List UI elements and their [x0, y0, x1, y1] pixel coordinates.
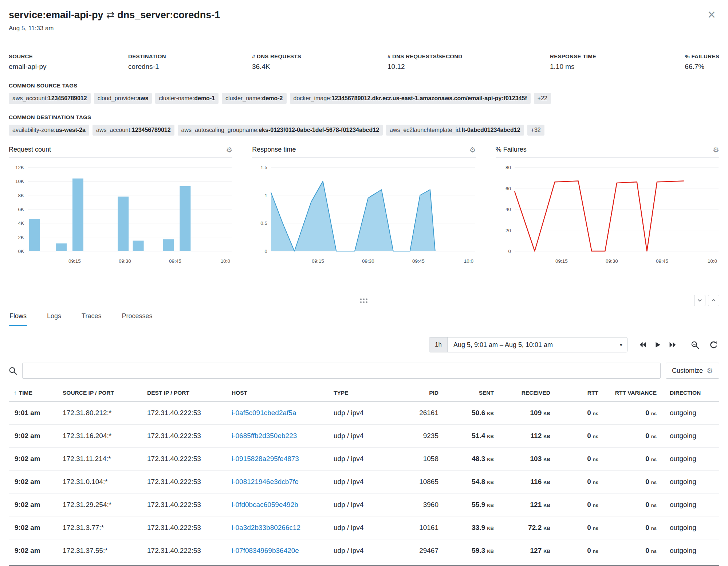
collapse-down-button[interactable] [694, 295, 705, 306]
cell-dest_ip: 172.31.40.222:53 [144, 516, 229, 539]
tab-logs[interactable]: Logs [46, 308, 62, 326]
chart-panel-request-count: Request count⚙0K2K4K6K8K10K12K09:1509:30… [9, 146, 232, 270]
chevron-down-icon [697, 297, 703, 304]
tag-chip[interactable]: +32 [527, 125, 544, 136]
stat-value: 36.4K [252, 63, 387, 71]
column-header-time[interactable]: ↑TIME [9, 386, 60, 402]
gear-icon[interactable]: ⚙ [469, 146, 476, 153]
cell-pid: 10865 [396, 471, 442, 493]
tag-chip[interactable]: cloud_provider:aws [94, 93, 152, 104]
chart-header: % Failures⚙ [496, 146, 719, 158]
flows-table: ↑TIMESOURCE IP / PORTDEST IP / PORTHOSTT… [9, 386, 719, 562]
cell-pid: 29467 [396, 539, 442, 562]
time-range-dropdown[interactable]: 1h Aug 5, 9:01 am – Aug 5, 10:01 am ▾ [429, 337, 627, 352]
time-toolbar: 1h Aug 5, 9:01 am – Aug 5, 10:01 am ▾ [9, 337, 719, 352]
table-row[interactable]: 9:02 am172.31.16.204:*172.31.40.222:53i-… [9, 425, 719, 448]
play-button[interactable] [652, 339, 663, 350]
gear-icon[interactable]: ⚙ [226, 146, 232, 153]
cell-direction: outgoing [660, 493, 719, 516]
tab-flows[interactable]: Flows [9, 308, 27, 326]
column-header-received[interactable]: RECEIVED [497, 386, 554, 402]
cell-host: i-0a3d2b33b80266c12 [229, 516, 331, 539]
column-header-rtt[interactable]: RTT [554, 386, 602, 402]
common-source-tags-section: COMMON SOURCE TAGS aws_account:123456789… [9, 82, 719, 104]
cell-source_ip: 172.31.3.77:* [60, 516, 144, 539]
column-header-pid[interactable]: PID [396, 386, 442, 402]
svg-text:0: 0 [265, 249, 268, 254]
tag-chip[interactable]: aws_autoscaling_groupname:eks-0123f012-0… [178, 125, 383, 136]
column-header-sent[interactable]: SENT [442, 386, 497, 402]
table-row[interactable]: 9:02 am172.31.0.104:*172.31.40.222:53i-0… [9, 471, 719, 493]
host-link[interactable]: i-0af5c091cbed2af5a [232, 409, 296, 417]
gear-icon[interactable]: ⚙ [713, 146, 719, 153]
tag-chip[interactable]: aws_account:123456789012 [9, 93, 91, 104]
table-row[interactable]: 9:02 am172.31.11.214:*172.31.40.222:53i-… [9, 448, 719, 471]
column-header-rtt-variance[interactable]: RTT VARIANCE [602, 386, 660, 402]
host-link[interactable]: i-0fd0bcac6059e492b [232, 501, 298, 508]
stat-destination: DESTINATIONcoredns-1 [128, 53, 252, 71]
column-header-direction[interactable]: DIRECTION [660, 386, 719, 402]
cell-sent: 59.3KB [442, 539, 497, 562]
tag-chip[interactable]: cluster-name:demo-1 [155, 93, 219, 104]
column-header-host[interactable]: HOST [229, 386, 331, 402]
table-row[interactable]: 9:02 am172.31.3.77:*172.31.40.222:53i-0a… [9, 516, 719, 539]
tag-chip[interactable]: +22 [534, 93, 551, 104]
table-row[interactable]: 9:02 am172.31.37.55:*172.31.40.222:53i-0… [9, 539, 719, 562]
common-destination-tags-section: COMMON DESTINATION TAGS availability-zon… [9, 114, 719, 136]
stat-label: % FAILURES [685, 53, 719, 59]
host-link[interactable]: i-0a3d2b33b80266c12 [232, 524, 300, 531]
splitter-drag-handle[interactable] [360, 298, 368, 303]
failures-chart[interactable]: 02040608009:1509:3009:4510:0 [496, 161, 719, 270]
table-header-row: ↑TIMESOURCE IP / PORTDEST IP / PORTHOSTT… [9, 386, 719, 402]
cell-rtt: 0ns [554, 448, 602, 471]
svg-text:6K: 6K [18, 207, 24, 212]
skip-backward-button[interactable] [637, 339, 648, 350]
tag-chip[interactable]: aws_ec2launchtemplate_id:lt-0abcd01234ab… [386, 125, 524, 136]
request-count-chart[interactable]: 0K2K4K6K8K10K12K09:1509:3009:4510:0 [9, 161, 232, 270]
column-header-dest-ip-port[interactable]: DEST IP / PORT [144, 386, 229, 402]
response-time-chart[interactable]: 00.511.509:1509:3009:4510:0 [252, 161, 476, 270]
cell-pid: 26161 [396, 402, 442, 425]
time-range-preset-chip[interactable]: 1h [429, 337, 448, 352]
host-link[interactable]: i-0915828a295fe4873 [232, 455, 299, 462]
cell-received: 109KB [497, 402, 554, 425]
skip-forward-button[interactable] [668, 339, 678, 350]
svg-text:80: 80 [505, 165, 511, 170]
tab-processes[interactable]: Processes [121, 308, 153, 326]
cell-sent: 54.8KB [442, 471, 497, 493]
tag-chip[interactable]: aws_account:123456789012 [93, 125, 174, 136]
svg-text:2K: 2K [18, 235, 24, 240]
table-row[interactable]: 9:01 am172.31.80.212:*172.31.40.222:53i-… [9, 402, 719, 425]
connection-detail-panel: service:email-api-py⇄dns_server:coredns-… [0, 0, 728, 566]
chart-title: Response time [252, 146, 296, 153]
close-button[interactable]: × [704, 9, 719, 20]
column-header-type[interactable]: TYPE [331, 386, 396, 402]
refresh-button[interactable] [708, 339, 719, 351]
chart-header: Response time⚙ [252, 146, 476, 158]
detail-tabs: FlowsLogsTracesProcesses [9, 308, 719, 326]
host-link[interactable]: i-0685ffb2d350eb223 [232, 432, 297, 440]
cell-pid: 9235 [396, 425, 442, 448]
cell-type: udp / ipv4 [331, 493, 396, 516]
dest-service-title: dns_server:coredns-1 [117, 9, 220, 20]
zoom-refresh-buttons [689, 339, 719, 351]
customize-button[interactable]: Customize ⚙ [666, 363, 719, 379]
tag-chip[interactable]: availability-zone:us-west-2a [9, 125, 89, 136]
expand-up-button[interactable] [708, 295, 719, 306]
search-icon [9, 367, 17, 375]
svg-text:8K: 8K [18, 193, 24, 198]
column-header-source-ip-port[interactable]: SOURCE IP / PORT [60, 386, 144, 402]
tag-chip[interactable]: docker_image:123456789012.dkr.ecr.us-eas… [290, 93, 531, 104]
source-service-title: service:email-api-py [9, 9, 103, 20]
cell-received: 112KB [497, 425, 554, 448]
zoom-out-button[interactable] [689, 339, 701, 351]
svg-text:09:15: 09:15 [68, 258, 81, 264]
tag-chip[interactable]: cluster_name:demo-2 [222, 93, 286, 104]
search-input[interactable] [22, 363, 661, 379]
cell-dest_ip: 172.31.40.222:53 [144, 471, 229, 493]
table-row[interactable]: 9:02 am172.31.29.254:*172.31.40.222:53i-… [9, 493, 719, 516]
host-link[interactable]: i-07f0834969b36420e [232, 547, 299, 554]
tab-traces[interactable]: Traces [81, 308, 102, 326]
stat-value: 66.7% [685, 63, 719, 71]
host-link[interactable]: i-008121946e3dcb7fe [232, 478, 299, 485]
